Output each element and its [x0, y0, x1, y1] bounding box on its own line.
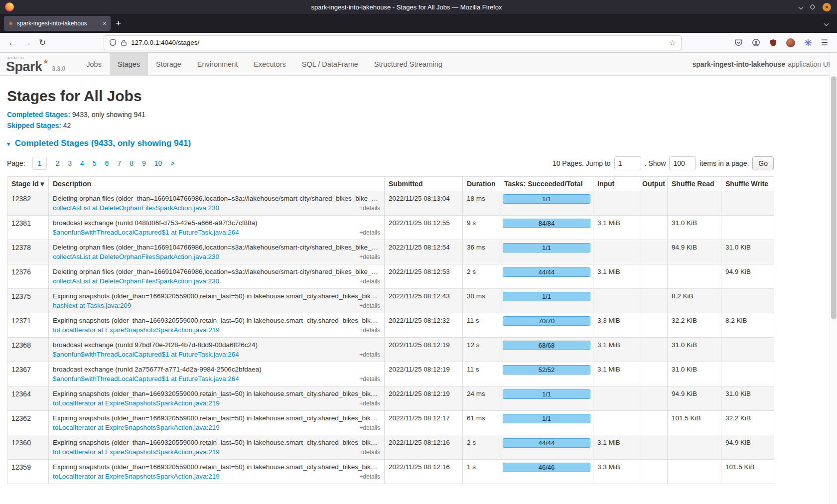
stage-callsite-link[interactable]: collectAsList at DeleteOrphanFilesSparkA…	[53, 204, 219, 212]
column-header-input[interactable]: Input	[593, 177, 638, 191]
skipped-stages-link[interactable]: Skipped Stages:	[7, 122, 61, 129]
page-link-5[interactable]: 5	[93, 159, 97, 167]
details-toggle[interactable]: +details	[359, 229, 380, 236]
stage-callsite-link[interactable]: toLocalIterator at ExpireSnapshotsSparkA…	[53, 326, 220, 334]
shuffle-read-size: 94.9 KiB	[668, 240, 721, 264]
nav-item-structured-streaming[interactable]: Structured Streaming	[366, 53, 450, 75]
stage-callsite-link[interactable]: toLocalIterator at ExpireSnapshotsSparkA…	[53, 473, 220, 480]
page-link-2[interactable]: 2	[55, 159, 59, 167]
task-progress-bar: 1/1	[503, 292, 590, 301]
output-size	[638, 460, 668, 484]
reload-button[interactable]: ↻	[35, 36, 50, 50]
page-link-9[interactable]: 9	[142, 159, 146, 167]
table-row: 12371 Expiring snapshots (older_than=166…	[7, 313, 774, 338]
pagination-bar: Page: 12345678910> 10 Pages. Jump to . S…	[7, 156, 774, 170]
stage-callsite-link[interactable]: toLocalIterator at ExpireSnapshotsSparkA…	[53, 399, 220, 407]
new-tab-button[interactable]: +	[116, 18, 121, 29]
details-toggle[interactable]: +details	[359, 424, 380, 431]
scrollbar-thumb[interactable]	[831, 76, 837, 319]
page-link-8[interactable]: 8	[130, 159, 134, 167]
back-button[interactable]: ←	[5, 36, 20, 50]
column-header-stage-id[interactable]: Stage Id ▾	[7, 177, 49, 191]
page-link-7[interactable]: 7	[117, 159, 121, 167]
column-header-duration[interactable]: Duration	[463, 177, 500, 191]
duration: 11 s	[463, 313, 500, 338]
spark-logo[interactable]: APACHE Spark ★ 3.3.0	[6, 53, 78, 75]
shuffle-read-size: 31.0 KiB	[668, 338, 721, 362]
column-header-output[interactable]: Output	[638, 177, 668, 191]
stage-callsite-link[interactable]: toLocalIterator at ExpireSnapshotsSparkA…	[53, 448, 220, 456]
stage-callsite-link[interactable]: hasNext at Tasks.java:209	[53, 302, 131, 309]
jump-to-page-input[interactable]	[614, 156, 641, 170]
page-link-3[interactable]: 3	[68, 159, 72, 167]
stage-callsite-link[interactable]: collectAsList at DeleteOrphanFilesSparkA…	[53, 277, 219, 285]
column-header-shuffle-read[interactable]: Shuffle Read	[668, 177, 721, 191]
details-toggle[interactable]: +details	[359, 205, 380, 212]
details-toggle[interactable]: +details	[359, 473, 380, 480]
url-bar[interactable]: 127.0.0.1:4040/stages/ ☆	[104, 35, 682, 50]
bookmark-star-icon[interactable]: ☆	[669, 38, 676, 47]
column-header-tasks-succeeded-total[interactable]: Tasks: Succeeded/Total	[500, 177, 593, 191]
pages-info: 10 Pages. Jump to	[553, 159, 611, 167]
column-header-shuffle-write[interactable]: Shuffle Write	[721, 177, 774, 191]
details-toggle[interactable]: +details	[359, 376, 380, 382]
stage-callsite-link[interactable]: $anonfun$withThreadLocalCaptured$1 at Fu…	[53, 351, 239, 358]
details-toggle[interactable]: +details	[359, 302, 380, 309]
tab-close-icon[interactable]: ×	[103, 20, 107, 27]
items-per-page-input[interactable]	[669, 156, 696, 170]
stage-description-cell: Expiring snapshots (older_than=166932055…	[49, 435, 385, 460]
pocket-icon[interactable]	[734, 38, 743, 47]
show-label: . Show	[645, 159, 666, 167]
account-icon[interactable]	[752, 38, 760, 47]
maximize-button[interactable]	[810, 4, 815, 9]
column-header-submitted[interactable]: Submitted	[385, 177, 463, 191]
nav-item-executors[interactable]: Executors	[246, 53, 293, 75]
details-toggle[interactable]: +details	[359, 253, 380, 260]
window-close-button[interactable]: ×	[823, 3, 831, 11]
page-link-next[interactable]: >	[170, 159, 174, 167]
browser-tab[interactable]: ★ spark-ingest-into-lakehous ×	[4, 16, 111, 31]
nav-item-stages[interactable]: Stages	[110, 53, 148, 75]
page-link-1[interactable]: 1	[32, 157, 47, 170]
stage-callsite-link[interactable]: toLocalIterator at ExpireSnapshotsSparkA…	[53, 424, 220, 431]
stage-callsite-link[interactable]: $anonfun$withThreadLocalCaptured$1 at Fu…	[53, 375, 239, 382]
stage-description-cell: Deleting orphan files (older_than=166910…	[49, 264, 385, 289]
list-all-tabs-button[interactable]	[824, 21, 829, 26]
input-size: 3.1 MiB	[593, 216, 638, 240]
details-toggle[interactable]: +details	[359, 278, 380, 285]
nav-item-environment[interactable]: Environment	[189, 53, 246, 75]
stage-callsite-link[interactable]: $anonfun$withThreadLocalCaptured$1 at Fu…	[53, 229, 239, 236]
ublock-shield-icon[interactable]	[769, 39, 777, 47]
nav-item-sql-dataframe[interactable]: SQL / DataFrame	[294, 53, 366, 75]
minimize-button[interactable]	[799, 4, 804, 9]
page-link-10[interactable]: 10	[154, 159, 162, 167]
stage-description-cell: Expiring snapshots (older_than=166932055…	[49, 289, 385, 313]
go-button[interactable]: Go	[752, 156, 774, 170]
stage-description: broadcast exchange (runId 2a75677f-a771-…	[53, 366, 380, 373]
browser-toolbar: ← → ↻ 127.0.0.1:4040/stages/ ☆ ☰	[0, 33, 837, 53]
shield-icon[interactable]	[109, 39, 117, 46]
details-toggle[interactable]: +details	[359, 449, 380, 456]
column-header-description[interactable]: Description	[49, 177, 385, 191]
page-link-4[interactable]: 4	[80, 159, 84, 167]
stage-callsite-link[interactable]: collectAsList at DeleteOrphanFilesSparkA…	[53, 253, 219, 260]
extension-star-icon[interactable]	[804, 39, 812, 47]
duration: 2 s	[463, 435, 500, 460]
nav-item-storage[interactable]: Storage	[148, 53, 189, 75]
vertical-scrollbar	[830, 53, 837, 504]
forward-button[interactable]: →	[20, 36, 35, 50]
completed-stages-section-toggle[interactable]: ▾ Completed Stages (9433, only showing 9…	[7, 138, 774, 148]
completed-stages-link[interactable]: Completed Stages:	[7, 111, 70, 119]
menu-button[interactable]: ☰	[821, 38, 828, 47]
task-progress-bar: 1/1	[503, 414, 590, 423]
details-toggle[interactable]: +details	[359, 400, 380, 407]
output-size	[638, 338, 668, 362]
profile-avatar[interactable]	[786, 38, 795, 47]
shuffle-write-size: 101.5 KiB	[721, 460, 774, 484]
details-toggle[interactable]: +details	[359, 351, 380, 358]
details-toggle[interactable]: +details	[359, 327, 380, 334]
page-link-6[interactable]: 6	[105, 159, 109, 167]
duration: 9 s	[463, 216, 500, 240]
nav-item-jobs[interactable]: Jobs	[78, 53, 110, 75]
table-row: 12359 Expiring snapshots (older_than=166…	[7, 460, 774, 484]
